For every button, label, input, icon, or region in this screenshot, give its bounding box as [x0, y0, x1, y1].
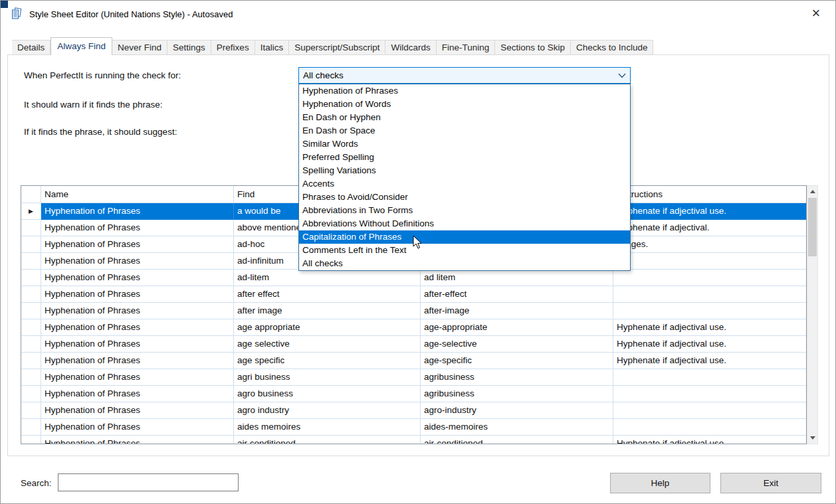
dropdown-item[interactable]: All checks: [299, 257, 630, 270]
table-row[interactable]: Hyphenation of Phrases agro industry agr…: [21, 402, 806, 419]
table-row[interactable]: Hyphenation of Phrases after image after…: [21, 303, 806, 319]
scroll-down-button[interactable]: [807, 432, 817, 444]
dropdown-item[interactable]: En Dash or Space: [299, 124, 630, 137]
tab[interactable]: Settings: [167, 40, 211, 55]
cell-name[interactable]: Hyphenation of Phrases: [41, 336, 234, 353]
header-name[interactable]: Name: [41, 186, 234, 203]
row-selector-cell[interactable]: [21, 253, 41, 270]
cell-instructions[interactable]: Hyphenate if adjectival use.: [613, 319, 806, 336]
row-selector-cell[interactable]: [21, 336, 41, 353]
tab[interactable]: Italics: [255, 40, 290, 55]
cell-find[interactable]: after image: [234, 303, 421, 319]
help-button[interactable]: Help: [610, 473, 710, 493]
row-selector-cell[interactable]: [21, 386, 41, 402]
dropdown-item[interactable]: En Dash or Hyphen: [299, 111, 630, 124]
exit-button[interactable]: Exit: [720, 473, 821, 493]
dropdown-item[interactable]: Comments Left in the Text: [299, 244, 630, 257]
check-combobox[interactable]: All checks: [298, 67, 631, 84]
cell-instructions[interactable]: Hyphenate if adjectival use.: [613, 436, 806, 444]
row-selector-cell[interactable]: [21, 286, 41, 303]
dropdown-item[interactable]: Hyphenation of Phrases: [299, 84, 630, 98]
cell-instructions[interactable]: [613, 270, 806, 286]
dropdown-item[interactable]: Preferred Spelling: [299, 151, 630, 164]
vertical-scrollbar[interactable]: [807, 185, 818, 444]
table-row[interactable]: Hyphenation of Phrases age appropriate a…: [21, 319, 806, 336]
cell-instructions[interactable]: [613, 369, 806, 386]
row-selector-cell[interactable]: [21, 419, 41, 436]
tab[interactable]: Never Find: [112, 40, 167, 55]
cell-name[interactable]: Hyphenation of Phrases: [41, 236, 234, 253]
cell-name[interactable]: Hyphenation of Phrases: [41, 286, 234, 303]
cell-name[interactable]: Hyphenation of Phrases: [41, 436, 234, 444]
chevron-down-icon[interactable]: [614, 73, 630, 78]
tab[interactable]: Prefixes: [211, 40, 255, 55]
cell-suggest[interactable]: age-specific: [421, 353, 613, 369]
cell-instructions[interactable]: [613, 303, 806, 319]
cell-instructions[interactable]: Hyphenate if adjectival.: [613, 220, 806, 236]
cell-name[interactable]: Hyphenation of Phrases: [41, 203, 234, 220]
dropdown-item[interactable]: Abbreviations in Two Forms: [299, 204, 630, 217]
cell-name[interactable]: Hyphenation of Phrases: [41, 253, 234, 270]
cell-find[interactable]: agro business: [234, 386, 421, 402]
cell-suggest[interactable]: air-conditioned: [421, 436, 613, 444]
table-row[interactable]: Hyphenation of Phrases agro business agr…: [21, 386, 806, 402]
cell-name[interactable]: Hyphenation of Phrases: [41, 369, 234, 386]
header-instructions[interactable]: Instructions: [613, 186, 806, 203]
table-row[interactable]: Hyphenation of Phrases ad-litem ad litem: [21, 270, 806, 286]
tab[interactable]: Details: [12, 40, 51, 55]
row-selector-cell[interactable]: [21, 303, 41, 319]
cell-suggest[interactable]: agribusiness: [421, 369, 613, 386]
scrollbar-thumb[interactable]: [808, 198, 817, 256]
cell-suggest[interactable]: agro-industry: [421, 402, 613, 419]
dropdown-item[interactable]: Phrases to Avoid/Consider: [299, 191, 630, 204]
cell-find[interactable]: age appropriate: [234, 319, 421, 336]
dropdown-item[interactable]: Similar Words: [299, 137, 630, 151]
cell-instructions[interactable]: usages.: [613, 236, 806, 253]
cell-find[interactable]: age specific: [234, 353, 421, 369]
search-input[interactable]: [58, 473, 239, 491]
cell-suggest[interactable]: agribusiness: [421, 386, 613, 402]
cell-instructions[interactable]: [613, 402, 806, 419]
tab[interactable]: Superscript/Subscript: [289, 40, 385, 55]
tab[interactable]: Sections to Skip: [495, 40, 571, 55]
dropdown-item[interactable]: Spelling Variations: [299, 164, 630, 177]
row-selector-cell[interactable]: [21, 220, 41, 236]
dropdown-item[interactable]: Accents: [299, 177, 630, 191]
cell-suggest[interactable]: after-effect: [421, 286, 613, 303]
row-selector-cell[interactable]: [21, 369, 41, 386]
cell-instructions[interactable]: [613, 286, 806, 303]
tab[interactable]: Checks to Include: [571, 40, 653, 55]
row-selector-cell[interactable]: [21, 270, 41, 286]
row-selector-cell[interactable]: [21, 236, 41, 253]
dropdown-item[interactable]: Capitalization of Phrases: [299, 230, 630, 244]
cell-instructions[interactable]: [613, 419, 806, 436]
table-row[interactable]: Hyphenation of Phrases age selective age…: [21, 336, 806, 353]
cell-name[interactable]: Hyphenation of Phrases: [41, 353, 234, 369]
cell-find[interactable]: age selective: [234, 336, 421, 353]
cell-find[interactable]: agro industry: [234, 402, 421, 419]
table-row[interactable]: Hyphenation of Phrases age specific age-…: [21, 353, 806, 369]
cell-instructions[interactable]: [613, 386, 806, 402]
row-selector-cell[interactable]: [21, 319, 41, 336]
cell-instructions[interactable]: Hyphenate if adjectival use.: [613, 353, 806, 369]
row-selector-cell[interactable]: ▶: [21, 203, 41, 220]
tab[interactable]: Fine-Tuning: [437, 40, 496, 55]
cell-find[interactable]: ad-litem: [234, 270, 421, 286]
cell-suggest[interactable]: aides-memoires: [421, 419, 613, 436]
cell-suggest[interactable]: age-selective: [421, 336, 613, 353]
row-selector-cell[interactable]: [21, 353, 41, 369]
tab[interactable]: Always Find: [51, 37, 112, 55]
cell-name[interactable]: Hyphenation of Phrases: [41, 220, 234, 236]
table-row[interactable]: Hyphenation of Phrases agri business agr…: [21, 369, 806, 386]
cell-suggest[interactable]: after-image: [421, 303, 613, 319]
cell-find[interactable]: air conditioned: [234, 436, 421, 444]
cell-name[interactable]: Hyphenation of Phrases: [41, 270, 234, 286]
cell-suggest[interactable]: age-appropriate: [421, 319, 613, 336]
cell-name[interactable]: Hyphenation of Phrases: [41, 303, 234, 319]
scroll-up-button[interactable]: [807, 186, 817, 197]
cell-name[interactable]: Hyphenation of Phrases: [41, 419, 234, 436]
cell-name[interactable]: Hyphenation of Phrases: [41, 319, 234, 336]
table-row[interactable]: Hyphenation of Phrases aides memoires ai…: [21, 419, 806, 436]
dropdown-item[interactable]: Abbreviations Without Definitions: [299, 217, 630, 230]
cell-find[interactable]: after effect: [234, 286, 421, 303]
